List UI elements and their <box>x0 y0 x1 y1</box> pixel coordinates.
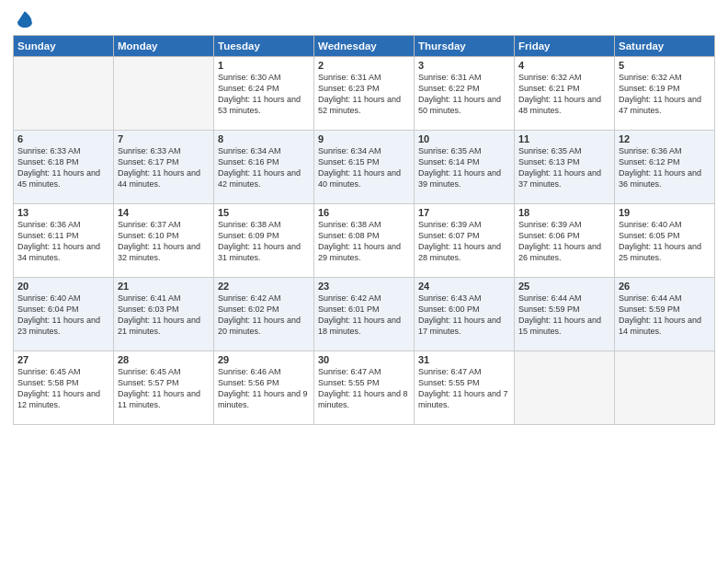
day-number: 3 <box>418 60 510 71</box>
calendar-cell-4-6: 25Sunrise: 6:44 AMSunset: 5:59 PMDayligh… <box>515 278 615 351</box>
day-info: Sunrise: 6:37 AMSunset: 6:10 PMDaylight:… <box>118 219 210 264</box>
calendar-cell-4-3: 22Sunrise: 6:42 AMSunset: 6:02 PMDayligh… <box>214 278 314 351</box>
day-number: 29 <box>218 354 310 365</box>
calendar-cell-5-3: 29Sunrise: 6:46 AMSunset: 5:56 PMDayligh… <box>214 351 314 425</box>
day-info: Sunrise: 6:34 AMSunset: 6:15 PMDaylight:… <box>318 145 410 190</box>
day-number: 1 <box>218 60 310 71</box>
day-info: Sunrise: 6:39 AMSunset: 6:06 PMDaylight:… <box>518 219 610 264</box>
calendar-cell-1-6: 4Sunrise: 6:32 AMSunset: 6:21 PMDaylight… <box>515 57 615 131</box>
day-info: Sunrise: 6:43 AMSunset: 6:00 PMDaylight:… <box>418 293 510 338</box>
calendar-cell-4-4: 23Sunrise: 6:42 AMSunset: 6:01 PMDayligh… <box>314 278 415 351</box>
header <box>13 9 715 29</box>
calendar-cell-1-1 <box>14 57 114 131</box>
col-header-friday: Friday <box>515 36 615 57</box>
day-number: 6 <box>17 133 109 144</box>
day-info: Sunrise: 6:45 AMSunset: 5:57 PMDaylight:… <box>118 366 210 411</box>
day-info: Sunrise: 6:34 AMSunset: 6:16 PMDaylight:… <box>218 145 310 190</box>
day-info: Sunrise: 6:47 AMSunset: 5:55 PMDaylight:… <box>418 366 510 411</box>
day-info: Sunrise: 6:36 AMSunset: 6:11 PMDaylight:… <box>17 219 109 264</box>
day-number: 25 <box>518 281 610 292</box>
calendar-cell-4-7: 26Sunrise: 6:44 AMSunset: 5:59 PMDayligh… <box>615 278 715 351</box>
col-header-sunday: Sunday <box>14 36 114 57</box>
calendar-cell-1-2 <box>114 57 214 131</box>
day-info: Sunrise: 6:46 AMSunset: 5:56 PMDaylight:… <box>218 366 310 411</box>
calendar-row-3: 13Sunrise: 6:36 AMSunset: 6:11 PMDayligh… <box>14 204 715 278</box>
logo-icon <box>15 9 35 29</box>
day-number: 30 <box>318 354 410 365</box>
calendar-cell-3-1: 13Sunrise: 6:36 AMSunset: 6:11 PMDayligh… <box>14 204 114 278</box>
calendar-cell-3-2: 14Sunrise: 6:37 AMSunset: 6:10 PMDayligh… <box>114 204 214 278</box>
day-number: 23 <box>318 281 410 292</box>
day-info: Sunrise: 6:31 AMSunset: 6:23 PMDaylight:… <box>318 72 410 117</box>
calendar-cell-5-4: 30Sunrise: 6:47 AMSunset: 5:55 PMDayligh… <box>314 351 415 425</box>
day-number: 19 <box>619 207 711 218</box>
day-info: Sunrise: 6:32 AMSunset: 6:19 PMDaylight:… <box>619 72 711 117</box>
day-number: 27 <box>17 354 109 365</box>
day-number: 13 <box>17 207 109 218</box>
day-info: Sunrise: 6:41 AMSunset: 6:03 PMDaylight:… <box>118 293 210 338</box>
day-number: 12 <box>619 133 711 144</box>
day-number: 24 <box>418 281 510 292</box>
calendar-row-2: 6Sunrise: 6:33 AMSunset: 6:18 PMDaylight… <box>14 131 715 204</box>
calendar-row-1: 1Sunrise: 6:30 AMSunset: 6:24 PMDaylight… <box>14 57 715 131</box>
day-info: Sunrise: 6:38 AMSunset: 6:08 PMDaylight:… <box>318 219 410 264</box>
day-info: Sunrise: 6:40 AMSunset: 6:04 PMDaylight:… <box>17 293 109 338</box>
calendar-cell-1-4: 2Sunrise: 6:31 AMSunset: 6:23 PMDaylight… <box>314 57 415 131</box>
day-number: 10 <box>418 133 510 144</box>
calendar-cell-2-6: 11Sunrise: 6:35 AMSunset: 6:13 PMDayligh… <box>515 131 615 204</box>
day-number: 11 <box>518 133 610 144</box>
calendar-cell-3-5: 17Sunrise: 6:39 AMSunset: 6:07 PMDayligh… <box>415 204 515 278</box>
calendar-cell-2-7: 12Sunrise: 6:36 AMSunset: 6:12 PMDayligh… <box>615 131 715 204</box>
calendar-cell-4-2: 21Sunrise: 6:41 AMSunset: 6:03 PMDayligh… <box>114 278 214 351</box>
day-number: 14 <box>118 207 210 218</box>
day-number: 26 <box>619 281 711 292</box>
day-info: Sunrise: 6:38 AMSunset: 6:09 PMDaylight:… <box>218 219 310 264</box>
day-info: Sunrise: 6:36 AMSunset: 6:12 PMDaylight:… <box>619 145 711 190</box>
calendar-row-5: 27Sunrise: 6:45 AMSunset: 5:58 PMDayligh… <box>14 351 715 425</box>
day-info: Sunrise: 6:44 AMSunset: 5:59 PMDaylight:… <box>619 293 711 338</box>
calendar-cell-4-1: 20Sunrise: 6:40 AMSunset: 6:04 PMDayligh… <box>14 278 114 351</box>
calendar-cell-2-4: 9Sunrise: 6:34 AMSunset: 6:15 PMDaylight… <box>314 131 415 204</box>
day-info: Sunrise: 6:33 AMSunset: 6:18 PMDaylight:… <box>17 145 109 190</box>
day-info: Sunrise: 6:44 AMSunset: 5:59 PMDaylight:… <box>518 293 610 338</box>
day-number: 16 <box>318 207 410 218</box>
day-info: Sunrise: 6:47 AMSunset: 5:55 PMDaylight:… <box>318 366 410 411</box>
day-number: 8 <box>218 133 310 144</box>
calendar-row-4: 20Sunrise: 6:40 AMSunset: 6:04 PMDayligh… <box>14 278 715 351</box>
day-number: 15 <box>218 207 310 218</box>
col-header-tuesday: Tuesday <box>214 36 314 57</box>
calendar-cell-5-5: 31Sunrise: 6:47 AMSunset: 5:55 PMDayligh… <box>415 351 515 425</box>
col-header-monday: Monday <box>114 36 214 57</box>
day-number: 22 <box>218 281 310 292</box>
day-info: Sunrise: 6:35 AMSunset: 6:13 PMDaylight:… <box>518 145 610 190</box>
day-info: Sunrise: 6:39 AMSunset: 6:07 PMDaylight:… <box>418 219 510 264</box>
page: SundayMondayTuesdayWednesdayThursdayFrid… <box>0 0 728 563</box>
calendar-cell-5-7 <box>615 351 715 425</box>
calendar-cell-3-6: 18Sunrise: 6:39 AMSunset: 6:06 PMDayligh… <box>515 204 615 278</box>
day-number: 5 <box>619 60 711 71</box>
calendar-cell-3-4: 16Sunrise: 6:38 AMSunset: 6:08 PMDayligh… <box>314 204 415 278</box>
day-info: Sunrise: 6:35 AMSunset: 6:14 PMDaylight:… <box>418 145 510 190</box>
calendar-cell-2-5: 10Sunrise: 6:35 AMSunset: 6:14 PMDayligh… <box>415 131 515 204</box>
day-number: 4 <box>518 60 610 71</box>
day-info: Sunrise: 6:45 AMSunset: 5:58 PMDaylight:… <box>17 366 109 411</box>
calendar-cell-1-7: 5Sunrise: 6:32 AMSunset: 6:19 PMDaylight… <box>615 57 715 131</box>
day-info: Sunrise: 6:42 AMSunset: 6:02 PMDaylight:… <box>218 293 310 338</box>
calendar-cell-1-3: 1Sunrise: 6:30 AMSunset: 6:24 PMDaylight… <box>214 57 314 131</box>
day-info: Sunrise: 6:42 AMSunset: 6:01 PMDaylight:… <box>318 293 410 338</box>
day-info: Sunrise: 6:31 AMSunset: 6:22 PMDaylight:… <box>418 72 510 117</box>
col-header-thursday: Thursday <box>415 36 515 57</box>
day-number: 7 <box>118 133 210 144</box>
calendar-cell-1-5: 3Sunrise: 6:31 AMSunset: 6:22 PMDaylight… <box>415 57 515 131</box>
header-row: SundayMondayTuesdayWednesdayThursdayFrid… <box>14 36 715 57</box>
day-number: 18 <box>518 207 610 218</box>
day-info: Sunrise: 6:30 AMSunset: 6:24 PMDaylight:… <box>218 72 310 117</box>
day-number: 2 <box>318 60 410 71</box>
calendar-cell-5-1: 27Sunrise: 6:45 AMSunset: 5:58 PMDayligh… <box>14 351 114 425</box>
logo <box>13 9 35 29</box>
day-number: 21 <box>118 281 210 292</box>
calendar-cell-2-2: 7Sunrise: 6:33 AMSunset: 6:17 PMDaylight… <box>114 131 214 204</box>
col-header-saturday: Saturday <box>615 36 715 57</box>
calendar-table: SundayMondayTuesdayWednesdayThursdayFrid… <box>13 35 715 425</box>
calendar-cell-5-6 <box>515 351 615 425</box>
